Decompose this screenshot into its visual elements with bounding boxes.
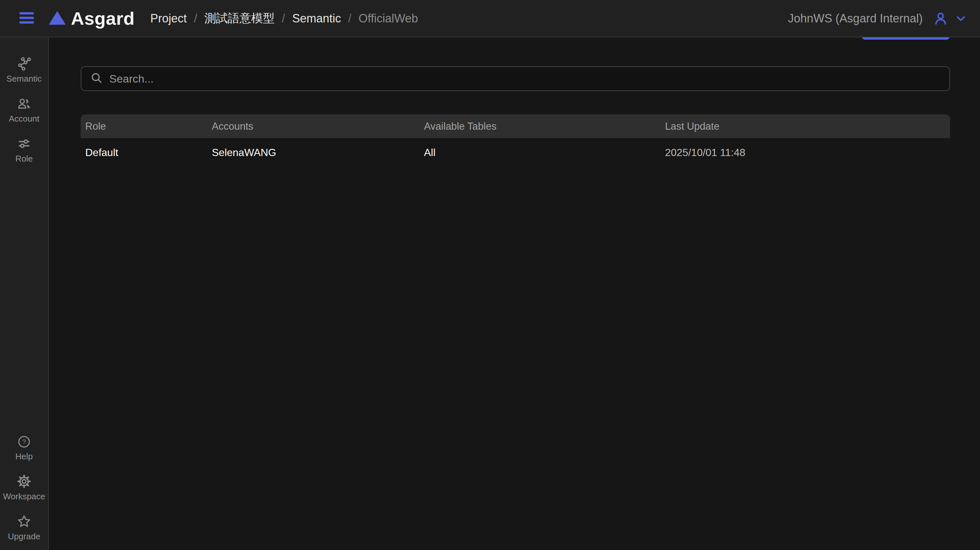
workspace-gear-icon [17, 474, 32, 489]
user-name-label: JohnWS (Asgard Internal) [788, 12, 923, 25]
semantic-graph-icon [17, 56, 32, 71]
sidebar-item-account[interactable]: Account [0, 96, 48, 124]
svg-text:?: ? [22, 438, 26, 445]
sidebar-item-label: Help [15, 452, 33, 461]
sidebar-item-label: Role [15, 154, 33, 164]
sidebar-item-label: Workspace [3, 491, 45, 502]
search-input[interactable] [109, 73, 940, 85]
column-header-available-tables: Available Tables [419, 114, 660, 138]
cell-role: Default [81, 138, 207, 167]
sidebar-item-label: Upgrade [8, 531, 40, 542]
breadcrumb-item-semantic[interactable]: Semantic [292, 12, 341, 25]
column-header-accounts: Accounts [207, 114, 419, 138]
triangle-logo-icon [48, 10, 66, 27]
sidebar-item-upgrade[interactable]: Upgrade [0, 514, 48, 542]
hamburger-menu-button[interactable] [19, 12, 35, 25]
breadcrumb-item-project[interactable]: Project [150, 12, 187, 25]
breadcrumb-item-model[interactable]: 測試語意模型 [204, 10, 275, 26]
column-header-last-update: Last Update [660, 114, 950, 138]
sidebar-footer-nav: ? Help Workspace Upgrade [0, 434, 48, 542]
breadcrumb-separator: / [282, 12, 285, 25]
breadcrumb-separator: / [194, 12, 197, 25]
hamburger-icon [19, 11, 35, 26]
sidebar-item-workspace[interactable]: Workspace [0, 474, 48, 502]
chevron-down-icon [955, 12, 967, 25]
user-avatar-icon [933, 11, 948, 26]
search-icon [91, 72, 103, 86]
topbar: Asgard Project / 測試語意模型 / Semantic / Off… [0, 0, 980, 37]
user-menu[interactable]: JohnWS (Asgard Internal) [788, 11, 967, 26]
sidebar-item-label: Semantic [6, 74, 41, 84]
sidebar-item-label: Account [9, 114, 39, 124]
help-icon: ? [17, 434, 31, 449]
cell-available-tables: All [419, 138, 660, 167]
cell-last-update: 2025/10/01 11:48 [660, 138, 950, 167]
app-title: Asgard [71, 8, 135, 29]
sidebar-item-role[interactable]: Role [0, 136, 48, 164]
table-header-row: Role Accounts Available Tables Last Upda… [81, 114, 950, 138]
search-bar [81, 66, 950, 91]
roles-table: Role Accounts Available Tables Last Upda… [81, 114, 950, 167]
app-logo[interactable]: Asgard [48, 8, 135, 29]
account-people-icon [17, 96, 32, 111]
table-row[interactable]: Default SelenaWANG All 2025/10/01 11:48 [81, 138, 950, 167]
breadcrumb-separator: / [348, 12, 352, 25]
upgrade-star-icon [17, 514, 32, 529]
sidebar: Semantic Account [0, 37, 49, 550]
sidebar-main-nav: Semantic Account [0, 56, 48, 164]
role-sliders-icon [17, 136, 32, 151]
breadcrumb: Project / 測試語意模型 / Semantic / OfficialWe… [150, 10, 418, 26]
breadcrumb-item-officialweb: OfficialWeb [358, 12, 418, 25]
sidebar-item-help[interactable]: ? Help [0, 434, 48, 461]
sidebar-item-semantic[interactable]: Semantic [0, 56, 48, 84]
cell-accounts: SelenaWANG [207, 138, 419, 167]
column-header-role: Role [81, 114, 207, 138]
